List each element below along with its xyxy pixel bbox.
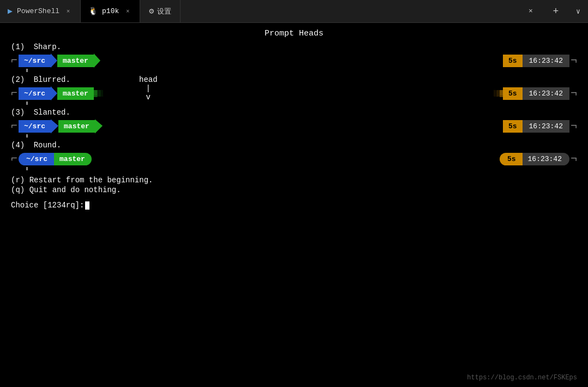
prompt3-right: 5s 16:23:42 ¬ [503,119,577,133]
prompt3-time-clock: 16:23:42 [523,120,569,133]
page-title: Prompt Heads [11,28,577,38]
powershell-icon: ▶ [8,6,13,16]
prompt-blurred: (2) Blurred. ⌐ ~/src master ▓▒░ [11,75,577,105]
prompt2-blurred-time-edge: ░▒▓ [494,86,503,100]
prompt1-branch: master [57,55,94,67]
prompt1-src: ~/src [19,55,51,67]
prompt4-row: ⌐ ~/src master 5s 16:23:42 ¬ [11,152,577,166]
prompt3-src: ~/src [19,120,51,133]
choice-prompt-label: Choice [1234rq]: [11,201,84,210]
prompt3-branch: master [58,120,95,133]
settings-label: 设置 [157,7,171,16]
prompt-sharp: (1) Sharp. ⌐ ~/src master [11,43,577,72]
tab-powershell-label: PowerShell [17,7,59,15]
new-tab-button[interactable]: + [543,6,568,17]
bracket-left-3: ⌐ [11,119,17,133]
bracket-close-r2: ¬ [571,86,577,100]
close-powershell-button[interactable]: × [64,7,73,16]
titlebar: ▶ PowerShell × 🐧 p10k × ⚙ 设置 × + ∨ [0,0,588,23]
prompt3-label: Slanted. [34,108,70,117]
prompt4-time-elapsed: 5s [500,153,523,165]
dropdown-button[interactable]: ∨ [568,7,588,16]
prompt1-cursor [26,69,28,72]
choice-prompt-line: Choice [1234rq]: [11,201,577,210]
close-window-button[interactable]: × [518,7,543,15]
head-label: head | v [139,75,158,102]
prompt4-src: ~/src [19,153,54,165]
prompt2-row: ⌐ ~/src master ▓▒░ [11,86,577,100]
prompt2-label: Blurred. [34,75,70,84]
options-section: (r) Restart from the beginning. (q) Quit… [11,176,577,194]
watermark: https://blog.csdn.net/FSKEps [467,374,577,382]
option-q: (q) Quit and do nothing. [11,186,577,194]
prompt-slanted: (3) Slanted. ⌐ ~/src master [11,108,577,138]
prompt1-number: (1) [11,43,25,51]
prompt2-left: ⌐ ~/src master ▓▒░ [11,86,103,100]
option-r: (r) Restart from the beginning. [11,176,577,184]
prompt1-row: ⌐ ~/src master 5s [11,53,577,68]
close-p10k-button[interactable]: × [123,7,132,16]
bracket-left-1: ⌐ [11,53,17,68]
prompt2-branch: master [57,87,94,100]
prompt4-cursor [26,167,28,170]
prompt4-label: Round. [34,141,61,150]
prompt3-number: (3) [11,108,25,117]
tab-powershell[interactable]: ▶ PowerShell × [0,0,81,22]
tab-p10k[interactable]: 🐧 p10k × [81,0,140,22]
tab-p10k-label: p10k [102,7,119,15]
prompt2-cursor [26,102,28,105]
prompt2-right: ░▒▓ 5s 16:23:42 ¬ [494,86,577,100]
prompt1-label: Sharp. [34,43,61,51]
choice-cursor[interactable] [85,201,89,210]
prompt1-right: 5s 16:23:42 ¬ [503,53,577,68]
prompt3-time-elapsed: 5s [503,120,523,133]
bracket-left-2: ⌐ [11,86,17,100]
prompt4-number: (4) [11,141,25,150]
prompt2-time-clock: 16:23:42 [523,87,569,100]
prompt2-time-elapsed: 5s [503,87,523,100]
bracket-close-r4: ¬ [571,152,577,166]
prompt2-src-arrow [51,86,57,100]
prompt3-src-arrow [51,118,58,133]
gear-icon: ⚙ [149,6,154,16]
settings-button[interactable]: ⚙ 设置 [140,0,181,22]
prompt1-time-clock: 16:23:42 [523,55,569,67]
prompt1-left: ⌐ ~/src master [11,53,101,68]
titlebar-right: × + ∨ [518,6,588,17]
prompt4-time-clock: 16:23:42 [523,153,569,165]
bracket-left-4: ⌐ [11,152,17,166]
prompt4-right: 5s 16:23:42 ¬ [500,152,577,166]
prompt2-number: (2) [11,75,25,84]
prompt2-blurred-edge: ▓▒░ [94,86,103,100]
prompt-round: (4) Round. ⌐ ~/src master 5s [11,141,577,170]
linux-icon: 🐧 [88,7,98,16]
prompt3-branch-arrow [95,118,103,133]
bracket-close-r1: ¬ [571,53,577,68]
prompt2-src: ~/src [19,87,51,100]
bracket-close-r3: ¬ [571,119,577,133]
prompt4-left: ⌐ ~/src master [11,152,92,166]
prompt3-cursor [26,134,28,138]
prompt3-left: ⌐ ~/src master [11,119,103,133]
prompt1-src-arrow [51,53,57,68]
prompt1-branch-arrow [94,53,100,68]
prompt3-row: ⌐ ~/src master 5s 16 [11,119,577,133]
prompt4-branch: master [54,153,92,165]
prompt1-time-elapsed: 5s [503,55,523,67]
